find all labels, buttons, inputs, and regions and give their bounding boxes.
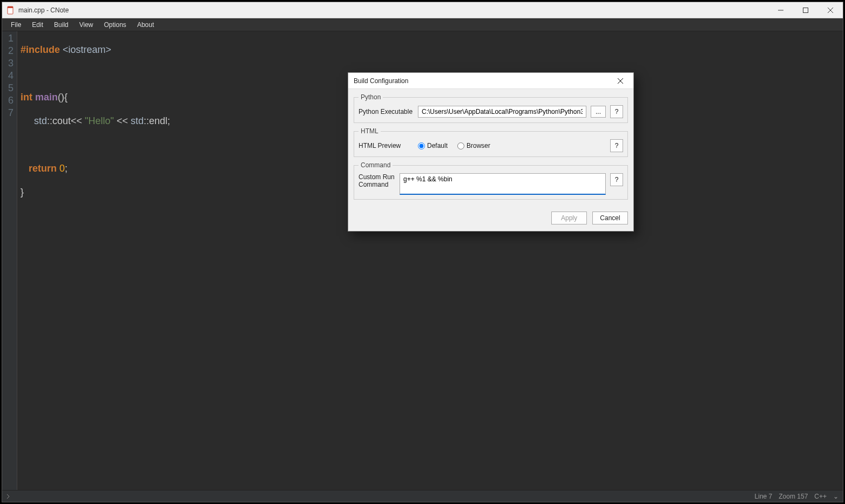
code-token: main [35,92,58,103]
html-help-button[interactable]: ? [610,139,623,152]
statusbar: Line 7 Zoom 157 C++ ⌄ [2,490,843,502]
code-token: std [34,115,47,126]
command-group: Command Custom Run Command g++ %1 && %bi… [354,161,628,200]
python-exe-label: Python Executable [359,108,414,115]
code-token: << [114,115,131,126]
html-legend: HTML [359,127,381,135]
line-number: 5 [5,82,13,94]
titlebar: main.cpp - CNote [2,2,843,18]
menu-file[interactable]: File [5,18,26,31]
html-group: HTML HTML Preview Default Browser ? [354,127,628,157]
code-token: std [131,115,144,126]
close-button[interactable] [818,2,843,18]
status-cursor-icon [6,494,12,499]
menu-build[interactable]: Build [49,18,74,31]
code-token: ::cout<< [47,115,85,126]
code-token [21,163,29,174]
gutter: 1 2 3 4 5 6 7 [2,31,17,490]
dialog-title: Build Configuration [354,77,408,85]
html-default-option[interactable]: Default [418,142,448,149]
html-browser-option[interactable]: Browser [457,142,490,149]
maximize-button[interactable] [793,2,818,18]
svg-rect-1 [8,6,13,8]
app-icon [6,6,15,15]
cancel-button[interactable]: Cancel [592,212,628,224]
code-token: } [21,187,24,197]
line-number: 1 [5,32,13,45]
line-number: 4 [5,70,13,82]
python-exe-input[interactable] [418,106,586,118]
html-browser-radio[interactable] [457,142,464,149]
code-token: ::endl; [144,115,170,126]
html-default-radio[interactable] [418,142,425,149]
python-legend: Python [359,93,383,101]
build-config-dialog: Build Configuration Python Python Execut… [348,72,634,231]
menubar: File Edit Build View Options About [2,18,843,31]
apply-button[interactable]: Apply [551,212,587,224]
command-help-button[interactable]: ? [610,173,623,186]
code-token: (){ [58,92,67,103]
menu-options[interactable]: Options [99,18,132,31]
html-default-label: Default [427,142,448,149]
line-number: 2 [5,45,13,57]
line-number: 6 [5,94,13,107]
menu-edit[interactable]: Edit [26,18,49,31]
code-token: int [21,92,32,103]
window-title: main.cpp - CNote [18,6,69,14]
code-area[interactable]: #include <iostream> int main(){ std::cou… [17,31,173,490]
code-token [21,115,34,126]
code-token: ; [65,163,67,174]
svg-rect-3 [803,8,808,12]
status-line: Line 7 [755,493,773,500]
code-token: <iostream> [63,44,111,55]
menu-view[interactable]: View [74,18,99,31]
status-zoom: Zoom 157 [779,493,808,500]
custom-run-input[interactable]: g++ %1 && %bin [400,173,606,195]
custom-run-label: Custom Run Command [359,173,395,195]
command-legend: Command [359,161,393,169]
python-group: Python Python Executable ... ? [354,93,628,123]
browse-button[interactable]: ... [591,106,606,118]
code-token: #include [21,44,60,55]
code-token: "Hello" [85,115,114,126]
code-token: return [29,163,57,174]
main-window: main.cpp - CNote File Edit Build View Op… [2,2,843,502]
line-number: 3 [5,57,13,70]
chevron-down-icon[interactable]: ⌄ [833,493,839,500]
status-lang[interactable]: C++ [814,493,827,500]
line-number: 7 [5,107,13,119]
html-browser-label: Browser [467,142,490,149]
code-token: 0 [59,163,65,174]
dialog-titlebar: Build Configuration [348,73,633,89]
dialog-close-button[interactable] [613,73,628,88]
menu-about[interactable]: About [132,18,159,31]
minimize-button[interactable] [768,2,793,18]
python-help-button[interactable]: ? [610,105,623,118]
html-preview-label: HTML Preview [359,142,414,149]
